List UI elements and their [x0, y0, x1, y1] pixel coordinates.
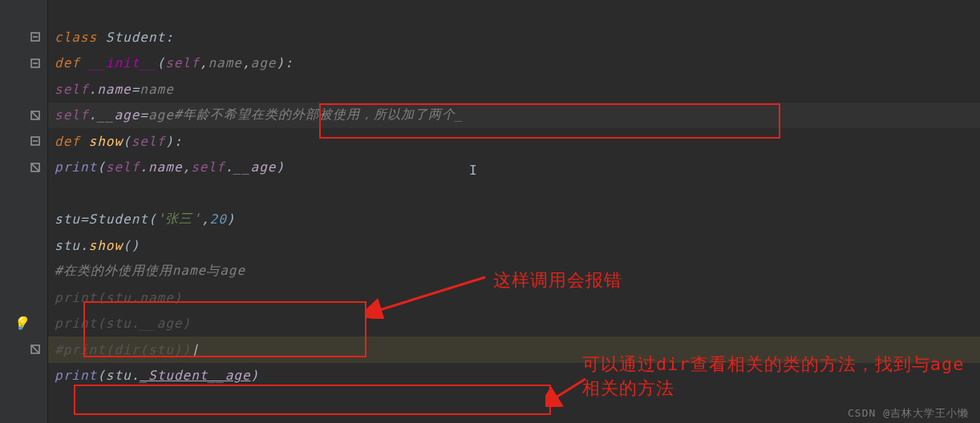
- svg-line-11: [32, 346, 38, 352]
- self: self: [55, 82, 89, 97]
- param: name: [140, 82, 174, 97]
- dot: .: [225, 159, 234, 175]
- variable: stu: [106, 368, 132, 383]
- fold-control[interactable]: [0, 155, 47, 181]
- keyword: def: [55, 134, 89, 149]
- mangled-attr: _Student__age: [140, 368, 250, 383]
- builtin: print: [55, 368, 97, 383]
- number: 20: [210, 212, 227, 227]
- paren: ): [227, 212, 236, 227]
- parens: (): [123, 238, 140, 253]
- code-line-empty[interactable]: [48, 180, 980, 207]
- paren: (: [157, 55, 166, 70]
- variable: stu: [55, 212, 80, 227]
- equals: =: [132, 82, 140, 97]
- code-line[interactable]: def show(self):: [48, 128, 980, 155]
- attribute: __age: [97, 107, 140, 123]
- self: self: [165, 55, 200, 70]
- method: show: [89, 238, 124, 253]
- code-line[interactable]: #在类的外使用使用name与age: [48, 259, 980, 285]
- fold-control[interactable]: [0, 50, 47, 77]
- self: self: [132, 134, 166, 149]
- self: self: [106, 159, 140, 175]
- expand-icon[interactable]: [30, 344, 41, 355]
- dimmed-code: #print(dir(stu)): [55, 342, 191, 357]
- colon: :: [174, 134, 183, 149]
- expand-icon[interactable]: [30, 162, 41, 173]
- code-line[interactable]: self.__age=age #年龄不希望在类的外部被使用，所以加了两个_: [48, 103, 980, 129]
- code-line[interactable]: stu.show(): [48, 232, 980, 259]
- fold-control[interactable]: [0, 103, 47, 129]
- code-line[interactable]: print(self.name,self.__age): [48, 155, 980, 181]
- paren: (: [97, 159, 106, 175]
- colon: :: [285, 55, 294, 70]
- class-name: Student: [106, 30, 165, 45]
- collapse-icon[interactable]: [30, 58, 41, 69]
- attribute: name: [97, 82, 132, 97]
- comma: ,: [200, 55, 209, 70]
- code-content[interactable]: class Student: def __init__(self,name,ag…: [48, 0, 980, 423]
- collapse-icon[interactable]: [30, 31, 41, 42]
- dot: .: [89, 107, 98, 123]
- paren: ): [251, 368, 260, 383]
- paren: ): [277, 159, 285, 175]
- fold-control[interactable]: [0, 128, 47, 155]
- paren: (: [148, 212, 157, 227]
- dot: .: [132, 368, 140, 383]
- gutter: 💡: [0, 0, 48, 423]
- code-line[interactable]: self.name=name: [48, 76, 980, 103]
- builtin: print: [55, 159, 97, 175]
- equals: =: [140, 107, 148, 123]
- string: '张三': [157, 211, 201, 228]
- keyword: class: [55, 30, 106, 45]
- comma: ,: [201, 212, 210, 227]
- comma: ,: [183, 159, 192, 175]
- code-line[interactable]: stu=Student('张三',20): [48, 207, 980, 233]
- paren: (: [97, 368, 106, 383]
- dimmed-code: print(stu.name): [55, 290, 183, 305]
- svg-line-9: [32, 164, 38, 171]
- text-cursor-icon: I: [469, 163, 477, 178]
- expand-icon[interactable]: [30, 110, 41, 121]
- comma: ,: [242, 55, 251, 70]
- attribute: name: [148, 159, 183, 175]
- paren: ): [276, 55, 285, 70]
- svg-line-5: [32, 112, 38, 119]
- param: age: [148, 107, 174, 123]
- colon: :: [165, 30, 174, 45]
- dimmed-code: print(stu.__age): [55, 316, 191, 331]
- param: age: [251, 55, 277, 70]
- function-name: show: [89, 134, 124, 149]
- attribute: __age: [233, 159, 276, 175]
- self: self: [55, 107, 89, 123]
- keyword: def: [55, 55, 89, 70]
- fold-control[interactable]: [0, 24, 47, 50]
- text-caret: |: [191, 342, 200, 357]
- comment: #在类的外使用使用name与age: [55, 263, 245, 280]
- param: name: [208, 55, 242, 70]
- comment: #年龄不希望在类的外部被使用，所以加了两个_: [174, 107, 464, 123]
- code-line[interactable]: def __init__(self,name,age):: [48, 50, 980, 77]
- equals: =: [80, 212, 89, 227]
- code-editor: 💡 class Student: def __init__(self,name,…: [0, 0, 980, 423]
- code-line[interactable]: print(stu.__age): [48, 311, 980, 337]
- dot: .: [89, 82, 98, 97]
- code-line[interactable]: print(stu.name): [48, 284, 980, 311]
- self: self: [191, 159, 225, 175]
- magic-method: __init__: [89, 55, 157, 70]
- dot: .: [80, 238, 89, 253]
- code-line-current[interactable]: #print(dir(stu))|: [48, 336, 980, 363]
- watermark: CSDN @吉林大学王小懒: [848, 406, 969, 421]
- bulb-icon[interactable]: 💡: [13, 316, 29, 331]
- paren: ): [165, 134, 174, 149]
- fold-control[interactable]: [0, 336, 47, 363]
- code-line[interactable]: class Student:: [48, 24, 980, 50]
- variable: stu: [55, 238, 80, 253]
- class-call: Student: [89, 212, 148, 227]
- paren: (: [123, 134, 132, 149]
- code-line[interactable]: print(stu._Student__age): [48, 363, 980, 389]
- collapse-icon[interactable]: [30, 135, 41, 147]
- dot: .: [140, 159, 148, 175]
